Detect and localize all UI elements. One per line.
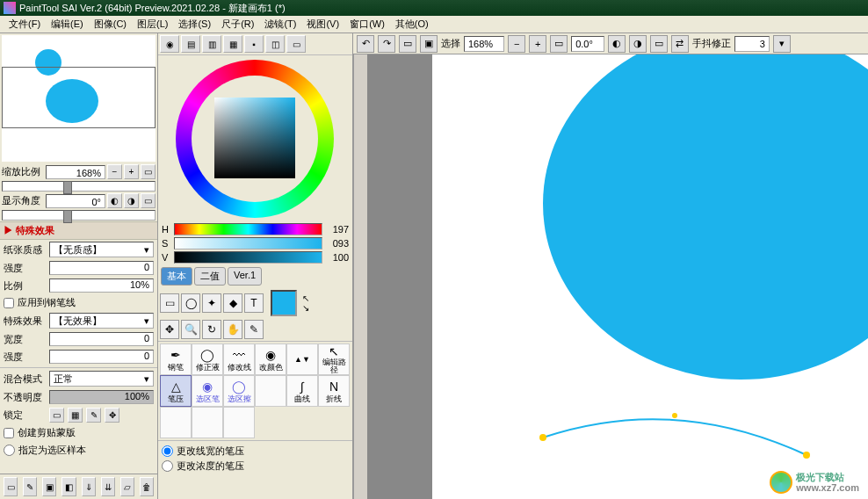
invert-sel-button[interactable]: ▣ bbox=[420, 35, 438, 53]
brush-select-erase[interactable]: ◯选区擦 bbox=[223, 375, 255, 407]
brush-empty4[interactable] bbox=[223, 407, 255, 438]
fg-color-swatch[interactable] bbox=[271, 290, 297, 316]
brush-curve[interactable]: ∫曲线 bbox=[286, 375, 318, 407]
zoom-slider[interactable] bbox=[2, 181, 156, 192]
brush-empty3[interactable] bbox=[192, 407, 223, 438]
selection-sample-radio[interactable] bbox=[4, 445, 15, 456]
strength-value[interactable]: 0 bbox=[49, 261, 154, 275]
brush-select-pen[interactable]: ◉选区笔 bbox=[192, 375, 223, 407]
zoom-select[interactable]: 168% bbox=[464, 36, 504, 52]
clip-mask-checkbox[interactable] bbox=[4, 428, 14, 438]
brush-recolor[interactable]: ◉改颜色 bbox=[255, 344, 286, 375]
stabilizer-value[interactable]: 3 bbox=[734, 36, 770, 52]
zoom-in-button[interactable]: + bbox=[124, 164, 139, 179]
brush-editline[interactable]: 〰修改线 bbox=[223, 344, 255, 375]
zoom-fit-button[interactable]: ▭ bbox=[550, 35, 568, 53]
val-slider[interactable] bbox=[174, 251, 322, 264]
undo-button[interactable]: ↶ bbox=[357, 35, 374, 53]
color-history-icon[interactable]: ▭ bbox=[286, 35, 306, 53]
rot-reset-tb-button[interactable]: ▭ bbox=[650, 35, 668, 53]
lock-none-button[interactable]: ▭ bbox=[49, 408, 64, 423]
hue-slider[interactable] bbox=[174, 223, 322, 235]
color-hsv-icon[interactable]: ▥ bbox=[202, 35, 221, 53]
rotate-ccw-button[interactable]: ◐ bbox=[107, 193, 122, 208]
color-gray-icon[interactable]: ▦ bbox=[223, 35, 242, 53]
tab-ver1[interactable]: Ver.1 bbox=[228, 267, 262, 286]
move-tool[interactable]: ✥ bbox=[160, 320, 179, 339]
rotate-reset-button[interactable]: ▭ bbox=[141, 193, 156, 208]
blend-mode-select[interactable]: 正常▾ bbox=[49, 371, 154, 387]
paper-texture-select[interactable]: 【无质感】▾ bbox=[49, 242, 154, 257]
new-layer-button[interactable]: ▭ bbox=[4, 477, 18, 496]
canvas[interactable]: 极光下载站www.xz7.com bbox=[353, 54, 868, 499]
brush-empty2[interactable] bbox=[160, 407, 192, 438]
brush-correction[interactable]: ◯修正液 bbox=[192, 344, 223, 375]
menu-window[interactable]: 窗口(W) bbox=[344, 18, 390, 31]
color-wheel-icon[interactable]: ◉ bbox=[160, 35, 179, 53]
tab-binary[interactable]: 二值 bbox=[194, 267, 226, 286]
vertical-scrollbar[interactable] bbox=[353, 54, 367, 499]
lasso-tool[interactable]: ◯ bbox=[181, 293, 200, 313]
menu-file[interactable]: 文件(F) bbox=[4, 18, 46, 31]
rect-select-tool[interactable]: ▭ bbox=[160, 293, 179, 313]
flip-h-button[interactable]: ⇄ bbox=[671, 35, 689, 53]
menu-other[interactable]: 其他(O) bbox=[390, 18, 434, 31]
lock-alpha-button[interactable]: ▦ bbox=[68, 408, 83, 423]
new-folder-button[interactable]: ▣ bbox=[42, 477, 56, 496]
zoom-tool[interactable]: 🔍 bbox=[181, 320, 200, 339]
menu-select[interactable]: 选择(S) bbox=[173, 18, 216, 31]
color-rgb-icon[interactable]: ▤ bbox=[181, 35, 200, 53]
menu-layer[interactable]: 图层(L) bbox=[132, 18, 173, 31]
color-scratchpad-icon[interactable]: ◫ bbox=[265, 35, 285, 53]
zoom-out-tb-button[interactable]: − bbox=[508, 35, 525, 53]
menu-filter[interactable]: 滤镜(T) bbox=[259, 18, 301, 31]
pressure-density-radio[interactable] bbox=[162, 460, 173, 472]
tab-basic[interactable]: 基本 bbox=[161, 267, 192, 286]
apply-pen-checkbox[interactable] bbox=[4, 298, 14, 308]
zoom-out-button[interactable]: − bbox=[107, 164, 122, 179]
zoom-value[interactable]: 168% bbox=[46, 165, 105, 179]
rotate-cw-button[interactable]: ◑ bbox=[124, 193, 139, 208]
width-value[interactable]: 0 bbox=[49, 332, 154, 346]
clear-layer-button[interactable]: ▱ bbox=[120, 477, 134, 496]
redo-button[interactable]: ↷ bbox=[378, 35, 395, 53]
color-wheel[interactable] bbox=[158, 55, 352, 222]
deselect-button[interactable]: ▭ bbox=[399, 35, 416, 53]
stabilizer-menu-button[interactable]: ▾ bbox=[773, 35, 791, 53]
pressure-width-radio[interactable] bbox=[162, 445, 173, 457]
lock-pixel-button[interactable]: ✎ bbox=[86, 408, 101, 423]
new-pen-layer-button[interactable]: ✎ bbox=[23, 477, 37, 496]
brush-pen[interactable]: ✒钢笔 bbox=[160, 344, 192, 375]
transfer-down-button[interactable]: ⇓ bbox=[82, 477, 96, 496]
brush-editpath[interactable]: ↖编辑路径 bbox=[318, 344, 350, 375]
effect-select[interactable]: 【无效果】▾ bbox=[49, 313, 154, 329]
merge-down-button[interactable]: ⇊ bbox=[101, 477, 115, 496]
menu-ruler[interactable]: 尺子(R) bbox=[216, 18, 259, 31]
angle-slider[interactable] bbox=[2, 210, 156, 221]
ratio-value[interactable]: 10% bbox=[49, 278, 154, 293]
rotate-select[interactable]: 0.0° bbox=[571, 36, 604, 52]
delete-layer-button[interactable]: 🗑 bbox=[140, 477, 154, 496]
opacity-value[interactable]: 100% bbox=[49, 390, 154, 404]
text-tool[interactable]: T bbox=[244, 293, 264, 313]
zoom-in-tb-button[interactable]: + bbox=[529, 35, 546, 53]
color-swatches-icon[interactable]: ▪ bbox=[244, 35, 264, 53]
lock-move-button[interactable]: ✥ bbox=[105, 408, 119, 423]
swap-colors-icon[interactable]: ↖↘ bbox=[299, 290, 313, 316]
rot-ccw-tb-button[interactable]: ◐ bbox=[608, 35, 626, 53]
eyedropper-tool[interactable]: ✎ bbox=[244, 320, 264, 339]
shape-tool[interactable]: ◆ bbox=[223, 293, 242, 313]
sat-slider[interactable] bbox=[174, 237, 322, 250]
brush-empty1[interactable] bbox=[255, 375, 286, 407]
zoom-reset-button[interactable]: ▭ bbox=[141, 164, 156, 179]
brush-pressure[interactable]: △笔压 bbox=[160, 375, 192, 407]
hand-tool[interactable]: ✋ bbox=[223, 320, 242, 339]
strength2-value[interactable]: 0 bbox=[49, 350, 154, 364]
menu-edit[interactable]: 编辑(E) bbox=[46, 18, 89, 31]
navigator[interactable] bbox=[2, 35, 156, 162]
angle-value[interactable]: 0° bbox=[46, 194, 105, 208]
rot-cw-tb-button[interactable]: ◑ bbox=[629, 35, 647, 53]
mask-button[interactable]: ◧ bbox=[61, 477, 76, 496]
menu-view[interactable]: 视图(V) bbox=[301, 18, 344, 31]
brush-scroll[interactable]: ▲▼ bbox=[286, 344, 318, 375]
